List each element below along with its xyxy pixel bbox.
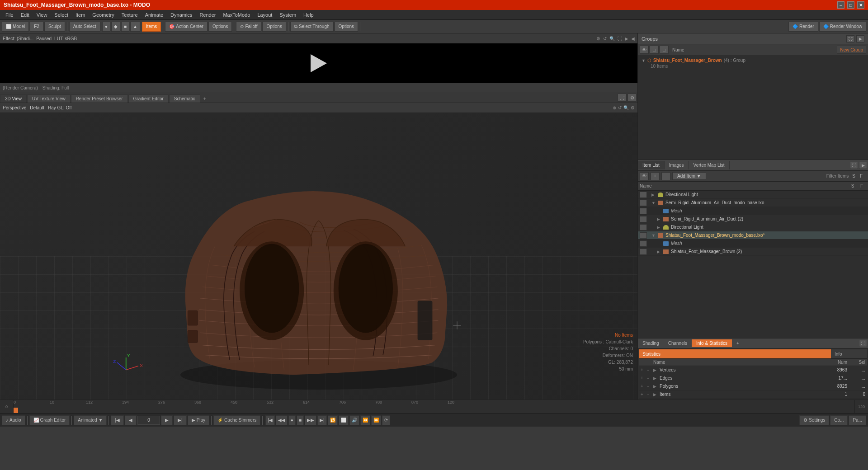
menu-file[interactable]: File bbox=[2, 11, 17, 19]
tab-schematic[interactable]: Schematic bbox=[169, 94, 200, 103]
vp-orbit-icon[interactable]: ↺ bbox=[618, 105, 622, 110]
expand-icon[interactable]: ▶ bbox=[651, 193, 657, 197]
tab-gradient-editor[interactable]: Gradient Editor bbox=[128, 94, 169, 103]
animated-button[interactable]: Animated ▼ bbox=[74, 415, 107, 425]
visibility-toggle[interactable] bbox=[640, 208, 647, 214]
transport-btn-11[interactable]: ⏩ bbox=[371, 415, 381, 425]
item-row[interactable]: Mesh bbox=[638, 207, 868, 215]
render-button[interactable]: 🔷 Render bbox=[788, 22, 818, 32]
tab-info-statistics[interactable]: Info & Statistics bbox=[692, 339, 732, 347]
tab-item-list[interactable]: Item List bbox=[638, 161, 665, 169]
transport-btn-7[interactable]: 🔁 bbox=[328, 415, 338, 425]
stat-row-edges[interactable]: + − ▶ Edges 17... ... bbox=[639, 374, 867, 382]
visibility-toggle[interactable] bbox=[640, 216, 647, 222]
expand-icon[interactable]: ▼ bbox=[651, 201, 657, 205]
copy-button[interactable]: Co... bbox=[830, 415, 848, 425]
transport-btn-1[interactable]: |◀ bbox=[265, 415, 275, 425]
options-button-2[interactable]: Options bbox=[262, 22, 286, 32]
stat-expand-arrow[interactable]: − bbox=[647, 392, 653, 397]
menu-edit[interactable]: Edit bbox=[17, 11, 33, 19]
menu-item[interactable]: Item bbox=[72, 11, 89, 19]
step-back-button[interactable]: ◀ bbox=[125, 415, 137, 425]
items-button[interactable]: Items bbox=[142, 22, 161, 32]
stat-sub-arrow[interactable]: ▶ bbox=[653, 368, 660, 372]
prev-frame-button[interactable]: |◀ bbox=[111, 415, 124, 425]
groups-icon2[interactable]: □ bbox=[660, 46, 669, 54]
select-through-button[interactable]: ⧉ Select Through bbox=[290, 22, 334, 32]
item-row[interactable]: ▼ Shiatsu_Foot_Massager_Brown_modo_base.… bbox=[638, 231, 868, 240]
item-minus-btn[interactable]: − bbox=[661, 172, 670, 180]
stat-plus-icon[interactable]: + bbox=[641, 392, 647, 397]
stat-plus-icon[interactable]: + bbox=[641, 367, 647, 372]
perspective-label[interactable]: Perspective bbox=[3, 105, 26, 110]
stat-sub-arrow[interactable]: ▶ bbox=[653, 384, 660, 389]
item-eye-btn[interactable]: 👁 bbox=[640, 172, 649, 180]
sculpt-button[interactable]: Sculpt bbox=[44, 22, 65, 32]
render-icon-5[interactable]: ▶ bbox=[625, 36, 628, 41]
tab-render-preset[interactable]: Render Preset Browser bbox=[71, 94, 128, 103]
item-row[interactable]: Mesh bbox=[638, 240, 868, 248]
audio-button[interactable]: ♪ Audio bbox=[2, 415, 25, 425]
tab-3d-view[interactable]: 3D View bbox=[0, 94, 27, 103]
visibility-toggle[interactable] bbox=[640, 249, 647, 255]
close-button[interactable]: ✕ bbox=[857, 1, 864, 9]
vp-nav-icon[interactable]: ⊕ bbox=[613, 105, 616, 110]
menu-system[interactable]: System bbox=[276, 11, 300, 19]
stat-plus-icon[interactable]: + bbox=[641, 384, 647, 389]
stat-sub-arrow[interactable]: ▶ bbox=[653, 392, 660, 397]
render-window-button[interactable]: 🔷 Render Window bbox=[819, 22, 866, 32]
transport-btn-10[interactable]: ⏪ bbox=[360, 415, 370, 425]
play-button[interactable]: ▶ Play bbox=[188, 415, 209, 425]
render-icon-4[interactable]: ⛶ bbox=[618, 36, 622, 41]
maximize-button[interactable]: □ bbox=[847, 1, 854, 9]
expand-icon[interactable]: ▼ bbox=[651, 233, 657, 238]
menu-select[interactable]: Select bbox=[51, 11, 72, 19]
visibility-toggle[interactable] bbox=[640, 200, 647, 206]
stat-row-items[interactable]: + − ▶ Items 1 0 bbox=[639, 390, 867, 399]
expand-icon[interactable]: ▶ bbox=[657, 225, 662, 230]
settings-button[interactable]: ⚙ Settings bbox=[799, 415, 829, 425]
vp-settings-icon[interactable]: ⚙ bbox=[631, 105, 635, 110]
minimize-button[interactable]: − bbox=[837, 1, 844, 9]
transport-btn-4[interactable]: ■ bbox=[297, 415, 304, 425]
render-icon-6[interactable]: ◀ bbox=[631, 36, 635, 41]
stat-sub-arrow[interactable]: ▶ bbox=[653, 376, 660, 381]
visibility-toggle[interactable] bbox=[640, 240, 647, 247]
stats-expand-btn[interactable]: ⛶ bbox=[859, 340, 867, 347]
item-add-btn[interactable]: + bbox=[651, 172, 660, 180]
new-group-btn[interactable]: New Group bbox=[837, 46, 866, 54]
select-edges-button[interactable]: ◆ bbox=[111, 22, 120, 32]
menu-render[interactable]: Render bbox=[196, 11, 219, 19]
playhead[interactable] bbox=[14, 408, 18, 413]
transport-btn-6[interactable]: ▶| bbox=[317, 415, 327, 425]
visibility-toggle[interactable] bbox=[640, 224, 647, 230]
graph-editor-button[interactable]: 📈 Graph Editor bbox=[29, 415, 70, 425]
preset-label[interactable]: Default bbox=[30, 105, 44, 110]
f2-button[interactable]: F2 bbox=[30, 22, 43, 32]
transport-btn-12[interactable]: ⟳ bbox=[382, 415, 390, 425]
menu-texture[interactable]: Texture bbox=[118, 11, 142, 19]
stat-row-polygons[interactable]: + − ▶ Polygons 8925 ... bbox=[639, 382, 867, 390]
item-row[interactable]: ▶ Directional Light bbox=[638, 223, 868, 231]
select-verts-button[interactable]: ● bbox=[102, 22, 110, 32]
stats-subtab[interactable]: Statistics bbox=[639, 349, 831, 358]
stat-expand-arrow[interactable]: − bbox=[647, 376, 653, 381]
visibility-toggle[interactable] bbox=[640, 232, 647, 239]
item-panel-arrow[interactable]: ▶ bbox=[859, 162, 867, 169]
tab-add-stats[interactable]: + bbox=[732, 339, 744, 347]
tab-channels[interactable]: Channels bbox=[664, 339, 692, 347]
transport-btn-2[interactable]: ◀◀ bbox=[276, 415, 288, 425]
transport-btn-3[interactable]: ● bbox=[288, 415, 296, 425]
cache-simmers-button[interactable]: ⚡ Cache Simmers bbox=[213, 415, 260, 425]
next-frame-button[interactable]: ▶| bbox=[174, 415, 187, 425]
viewport-settings-button[interactable]: ⚙ bbox=[627, 94, 637, 102]
select-items-button[interactable]: ▲ bbox=[130, 22, 140, 32]
viewport-expand-button[interactable]: ⛶ bbox=[618, 94, 627, 102]
menu-maxtomode[interactable]: MaxToModo bbox=[219, 11, 254, 19]
autoselect-button[interactable]: Auto Select bbox=[69, 22, 100, 32]
tab-shading[interactable]: Shading bbox=[638, 339, 664, 347]
stat-expand-arrow[interactable]: − bbox=[647, 384, 653, 389]
render-icon-3[interactable]: 🔍 bbox=[609, 36, 615, 41]
tab-uv-texture[interactable]: UV Texture View bbox=[27, 94, 71, 103]
render-icon-2[interactable]: ↺ bbox=[603, 36, 607, 41]
